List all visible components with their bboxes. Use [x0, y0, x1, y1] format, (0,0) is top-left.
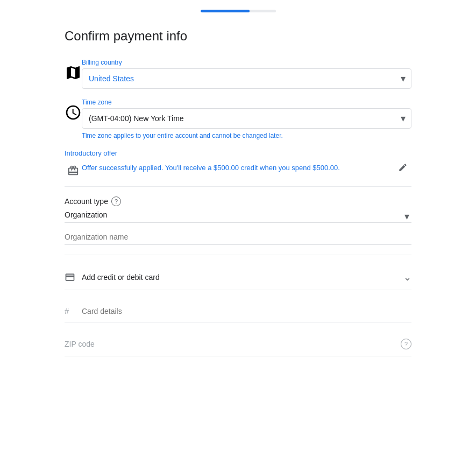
credit-card-icon — [65, 272, 82, 283]
credit-card-row: Add credit or debit card ⌄ — [65, 265, 411, 290]
zip-label: ZIP code — [65, 340, 401, 348]
zip-row: ZIP code ? — [65, 332, 411, 356]
timezone-note: Time zone applies to your entire account… — [82, 132, 411, 139]
billing-country-section: Billing country United States Canada Uni… — [65, 59, 411, 89]
progress-bar-track — [201, 10, 276, 12]
account-type-section: Account type ? Organization Individual ▾ — [65, 197, 411, 223]
divider-2 — [65, 255, 411, 255]
clock-icon — [65, 104, 82, 121]
card-details-row: # — [65, 300, 411, 322]
account-type-select[interactable]: Organization Individual — [65, 211, 411, 219]
timezone-label: Time zone — [82, 99, 411, 106]
page-title: Confirm payment info — [65, 29, 411, 44]
billing-country-select-wrapper: United States Canada United Kingdom Aust… — [82, 68, 411, 89]
progress-bar-fill — [201, 10, 250, 12]
timezone-select-wrapper: (GMT-04:00) New York Time (GMT-05:00) Ch… — [82, 108, 411, 129]
introductory-offer-label: Introductory offer — [65, 149, 411, 157]
map-icon — [65, 64, 82, 81]
account-type-help-icon[interactable]: ? — [111, 197, 121, 206]
gift-icon — [65, 165, 82, 177]
billing-country-field: Billing country United States Canada Uni… — [82, 59, 411, 89]
divider-1 — [65, 186, 411, 187]
credit-card-label: Add credit or debit card — [82, 273, 403, 282]
hash-icon: # — [65, 306, 82, 315]
introductory-offer-section: Introductory offer Offer successfully ap… — [65, 149, 411, 177]
credit-card-chevron-icon[interactable]: ⌄ — [403, 271, 411, 283]
edit-offer-button[interactable] — [394, 163, 411, 172]
timezone-select[interactable]: (GMT-04:00) New York Time (GMT-05:00) Ch… — [82, 109, 411, 128]
billing-country-label: Billing country — [82, 59, 411, 66]
progress-bar-container — [0, 0, 476, 18]
account-type-label: Account type — [65, 197, 108, 206]
zip-help-icon[interactable]: ? — [401, 339, 411, 349]
timezone-field: Time zone (GMT-04:00) New York Time (GMT… — [82, 99, 411, 139]
org-name-section — [65, 233, 411, 245]
org-name-input[interactable] — [65, 233, 411, 244]
billing-country-select[interactable]: United States Canada United Kingdom Aust… — [82, 69, 411, 88]
offer-text: Offer successfully applied. You'll recei… — [82, 163, 394, 173]
timezone-section: Time zone (GMT-04:00) New York Time (GMT… — [65, 99, 411, 139]
card-details-input[interactable] — [82, 307, 411, 315]
